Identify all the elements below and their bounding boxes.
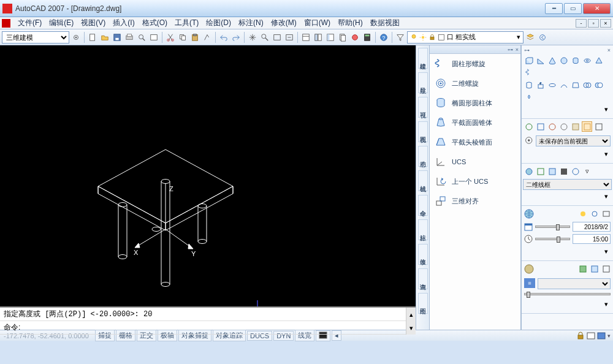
mat3-icon[interactable] [601, 264, 611, 274]
extrude-icon[interactable] [524, 80, 534, 90]
torus-icon[interactable] [582, 55, 592, 66]
menu-format[interactable]: 格式(O) [139, 17, 171, 29]
vtab-1[interactable]: 导航 [418, 72, 428, 93]
visual-style-select[interactable]: 二维线框 [523, 179, 612, 190]
layer-manager-button[interactable] [525, 32, 536, 43]
section-close-icon[interactable]: × [607, 47, 611, 53]
match-button[interactable] [202, 32, 213, 43]
tool-helix-2d[interactable]: 二维螺旋 [430, 74, 520, 93]
time-input[interactable] [573, 234, 611, 244]
mdi-close-button[interactable]: × [600, 19, 611, 28]
menu-draw[interactable]: 绘图(D) [202, 17, 235, 29]
plot-button[interactable] [124, 32, 135, 43]
menu-view[interactable]: 视图(V) [77, 17, 109, 29]
markup-button[interactable] [349, 32, 360, 43]
toolpalette-button[interactable] [325, 32, 336, 43]
menu-window[interactable]: 窗口(W) [300, 17, 334, 29]
properties-button[interactable] [300, 32, 311, 43]
command-scroll-up[interactable]: ▴ [406, 308, 416, 321]
vtab-3[interactable]: 视图 [418, 121, 428, 142]
vis-dropdown-icon[interactable]: ▿ [582, 166, 592, 176]
preview-button[interactable] [136, 32, 147, 43]
minimize-button[interactable]: ━ [545, 3, 563, 14]
tool-ucs-previous[interactable]: 上一个 UCS [430, 172, 520, 191]
cone-solid-icon[interactable] [547, 55, 557, 66]
tray-lock-icon[interactable] [576, 332, 585, 340]
tray-annotation-icon[interactable] [597, 332, 606, 340]
command-window[interactable]: 指定高度或 [两点(2P)] <-20.0000>: 20 ▴ 命令: ▾ [0, 306, 416, 330]
vtab-6[interactable]: 命令 [418, 195, 428, 216]
drawing-viewport[interactable]: X Y Z [0, 45, 416, 306]
date-slider[interactable] [535, 226, 570, 228]
mdi-restore-button[interactable]: ▫ [588, 19, 599, 28]
more-icon[interactable]: ▾ [601, 104, 611, 115]
section-expand2-icon[interactable]: ▾ [601, 191, 611, 202]
tool-frustum-cone[interactable]: 平截面圆锥体 [430, 113, 520, 132]
tool-ucs[interactable]: UCS [430, 152, 520, 172]
layer-filter-button[interactable] [395, 32, 406, 43]
sweep-icon[interactable] [558, 80, 569, 90]
tool-3d-align[interactable]: 三维对齐 [430, 191, 520, 211]
menu-file[interactable]: 文件(F) [14, 17, 45, 29]
vtab-5[interactable]: 机械 [418, 170, 428, 191]
presspull-icon[interactable] [535, 80, 546, 90]
sun3-icon[interactable] [601, 208, 611, 219]
maximize-button[interactable]: ▭ [564, 3, 582, 14]
wedge-icon[interactable] [535, 55, 546, 66]
subtract-icon[interactable] [593, 80, 604, 90]
view-nav2-icon[interactable] [547, 121, 557, 132]
mdi-minimize-button[interactable]: - [576, 19, 587, 28]
view-nav5-icon[interactable] [582, 121, 592, 132]
zoom-prev-button[interactable] [284, 32, 295, 43]
tool-helix-cylinder[interactable]: 圆柱形螺旋 [430, 54, 520, 74]
section-expand-icon[interactable]: ▾ [601, 149, 611, 159]
menu-help[interactable]: 帮助(H) [334, 17, 367, 29]
help-button[interactable]: ? [378, 32, 389, 43]
vis2-icon[interactable] [535, 166, 546, 176]
menu-edit[interactable]: 编辑(E) [45, 17, 77, 29]
quickcalc-button[interactable] [362, 32, 373, 43]
paste-button[interactable] [189, 32, 200, 43]
vis3-icon[interactable] [547, 166, 557, 176]
vtab-0[interactable]: 建模 [418, 48, 428, 69]
material-select[interactable] [538, 278, 611, 289]
pan-button[interactable] [247, 32, 258, 43]
menu-dataview[interactable]: 数据视图 [367, 17, 403, 29]
open-button[interactable] [99, 32, 110, 43]
vtab-2[interactable]: 可视 [418, 97, 428, 118]
menu-dimension[interactable]: 标注(N) [235, 17, 267, 29]
date-input[interactable] [573, 222, 611, 232]
publish-button[interactable] [148, 32, 159, 43]
redo-button[interactable] [230, 32, 242, 43]
menu-modify[interactable]: 修改(M) [267, 17, 300, 29]
command-scroll-down[interactable]: ▾ [406, 321, 416, 335]
menu-tools[interactable]: 工具(T) [171, 17, 202, 29]
sphere-icon[interactable] [558, 55, 569, 66]
vtab-10[interactable]: 绘图 [418, 293, 428, 314]
section-pin-icon[interactable]: ⊶ [524, 47, 530, 53]
palette-close-icon[interactable]: × [516, 47, 519, 53]
section-expand4-icon[interactable]: ▾ [601, 299, 611, 309]
tool-frustum-pyramid[interactable]: 平截头棱锥面 [430, 132, 520, 152]
zoom-window-button[interactable] [272, 32, 283, 43]
vtab-9[interactable]: 查询 [418, 268, 428, 289]
copy-button[interactable] [177, 32, 188, 43]
vtab-8[interactable]: 修改 [418, 244, 428, 265]
undo-button[interactable] [218, 32, 229, 43]
intersect-icon[interactable] [524, 91, 534, 102]
designcenter-button[interactable] [313, 32, 324, 43]
vis5-icon[interactable] [570, 166, 581, 176]
layer-previous-button[interactable] [537, 32, 548, 43]
saved-view-select[interactable]: 未保存的当前视图 [536, 135, 611, 146]
tool-elliptical-cylinder[interactable]: 椭圆形圆柱体 [430, 93, 520, 113]
vtab-4[interactable]: 动态 [418, 146, 428, 167]
new-button[interactable] [87, 32, 98, 43]
view-orbit-icon[interactable] [524, 121, 534, 132]
section-expand3-icon[interactable]: ▾ [601, 246, 611, 257]
tray-layout-icon[interactable] [587, 332, 595, 340]
box-icon[interactable] [524, 55, 534, 66]
vis1-icon[interactable] [524, 166, 534, 176]
view-nav4-icon[interactable] [570, 121, 581, 132]
revolve-icon[interactable] [547, 80, 557, 90]
workspace-settings-button[interactable] [70, 32, 82, 43]
